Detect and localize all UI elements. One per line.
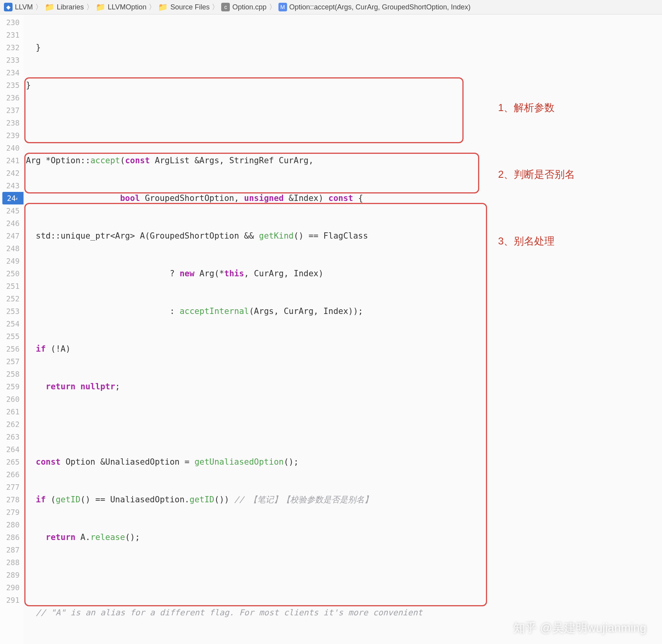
code-line: const Option &UnaliasedOption = getUnali…: [24, 456, 482, 468]
code-line: }: [24, 79, 482, 91]
watermark: 知乎 @吴建明wujianming: [513, 620, 646, 636]
breadcrumb-item-project[interactable]: ◆ LLVM: [4, 3, 33, 11]
line-number[interactable]: 290: [2, 581, 20, 594]
line-number[interactable]: 237: [2, 104, 20, 117]
chevron-right-icon: 〉: [35, 2, 42, 12]
line-number[interactable]: 257: [2, 355, 20, 368]
line-number[interactable]: 245: [2, 204, 20, 217]
code-line: [24, 418, 482, 431]
breadcrumb-label: LLVMOption: [108, 3, 147, 11]
line-number[interactable]: 251: [2, 280, 20, 292]
line-number[interactable]: 247: [2, 230, 20, 242]
annotation-2: 2、判断是否别名: [498, 168, 575, 181]
method-icon: M: [278, 3, 287, 11]
code-line: : acceptInternal(Args, CurArg, Index));: [24, 305, 482, 317]
line-number[interactable]: 291: [2, 594, 20, 606]
code-line: return A.release();: [24, 531, 482, 544]
line-number[interactable]: 263: [2, 431, 20, 443]
line-number[interactable]: 243: [2, 179, 20, 192]
line-number[interactable]: 256: [2, 343, 20, 355]
folder-icon: 📁: [96, 2, 105, 12]
line-number[interactable]: 258: [2, 368, 20, 380]
line-number-gutter[interactable]: 2302312322332342352362372382392402412422…: [0, 15, 24, 644]
line-number[interactable]: 262: [2, 418, 20, 431]
annotation-1: 1、解析参数: [498, 101, 555, 115]
breadcrumb-label: Option.cpp: [232, 3, 266, 11]
line-number[interactable]: 286: [2, 531, 20, 544]
line-number[interactable]: 238: [2, 117, 20, 129]
breadcrumb-item-folder[interactable]: 📁 LLVMOption: [96, 2, 147, 12]
cpp-file-icon: c: [221, 3, 230, 11]
line-number[interactable]: 259: [2, 380, 20, 393]
line-number[interactable]: 250: [2, 267, 20, 280]
folder-icon: 📁: [158, 2, 168, 12]
line-number[interactable]: 252: [2, 292, 20, 305]
chevron-right-icon: 〉: [149, 2, 156, 12]
line-number[interactable]: 244: [2, 192, 24, 204]
breadcrumb-label: Source Files: [170, 3, 209, 11]
code-line: if (getID() == UnaliasedOption.getID()) …: [24, 493, 482, 506]
line-number[interactable]: 233: [2, 54, 20, 66]
line-number[interactable]: 255: [2, 330, 20, 343]
line-number[interactable]: 234: [2, 66, 20, 79]
code-line: std::unique_ptr<Arg> A(GroupedShortOptio…: [24, 230, 482, 242]
code-line: if (!A): [24, 343, 482, 355]
line-number[interactable]: 246: [2, 217, 20, 230]
line-number[interactable]: 288: [2, 556, 20, 569]
line-number[interactable]: 230: [2, 16, 20, 29]
line-number[interactable]: 279: [2, 506, 20, 518]
line-number[interactable]: 265: [2, 456, 20, 468]
annotation-3: 3、别名处理: [498, 234, 555, 248]
breadcrumb-item-method[interactable]: M Option::accept(Args, CurArg, GroupedSh…: [278, 3, 471, 11]
breadcrumb-item-folder[interactable]: 📁 Source Files: [158, 2, 209, 12]
folder-icon: 📁: [45, 2, 55, 12]
chevron-right-icon: 〉: [212, 2, 219, 12]
code-line: bool GroupedShortOption, unsigned &Index…: [24, 192, 482, 204]
line-number[interactable]: 236: [2, 91, 20, 104]
line-number[interactable]: 289: [2, 569, 20, 581]
code-line: return nullptr;: [24, 380, 482, 393]
code-line: // "A" is an alias for a different flag.…: [24, 606, 482, 619]
line-number[interactable]: 241: [2, 154, 20, 167]
code-line: }: [24, 41, 482, 54]
line-number[interactable]: 277: [2, 481, 20, 493]
breadcrumb-item-folder[interactable]: 📁 Libraries: [45, 2, 84, 12]
breadcrumb-item-file[interactable]: c Option.cpp: [221, 3, 266, 11]
code-editor[interactable]: 2302312322332342352362372382392402412422…: [0, 15, 662, 644]
line-number[interactable]: 266: [2, 468, 20, 481]
breadcrumb-label: LLVM: [15, 3, 33, 11]
line-number[interactable]: 249: [2, 255, 20, 267]
line-number[interactable]: 232: [2, 41, 20, 54]
line-number[interactable]: 248: [2, 242, 20, 255]
code-line: [24, 117, 482, 129]
line-number[interactable]: 242: [2, 167, 20, 179]
chevron-right-icon: 〉: [86, 2, 93, 12]
line-number[interactable]: 278: [2, 493, 20, 506]
code-line: ? new Arg(*this, CurArg, Index): [24, 267, 482, 280]
line-number[interactable]: 280: [2, 518, 20, 531]
line-number[interactable]: 239: [2, 129, 20, 142]
line-number[interactable]: 264: [2, 443, 20, 456]
line-number[interactable]: 231: [2, 29, 20, 41]
code-line: [24, 569, 482, 581]
line-number[interactable]: 287: [2, 544, 20, 556]
line-number[interactable]: 260: [2, 393, 20, 405]
chevron-right-icon: 〉: [269, 2, 276, 12]
project-icon: ◆: [4, 3, 13, 11]
annotation-panel: 1、解析参数 2、判断是否别名 3、别名处理: [482, 15, 662, 644]
breadcrumb-label: Option::accept(Args, CurArg, GroupedShor…: [289, 3, 471, 11]
line-number[interactable]: 240: [2, 142, 20, 154]
code-area[interactable]: } } Arg *Option::accept(const ArgList &A…: [24, 15, 482, 644]
line-number[interactable]: 235: [2, 79, 20, 91]
code-line: Arg *Option::accept(const ArgList &Args,…: [24, 154, 482, 167]
breadcrumb: ◆ LLVM 〉 📁 Libraries 〉 📁 LLVMOption 〉 📁 …: [0, 0, 662, 15]
line-number[interactable]: 254: [2, 317, 20, 330]
line-number[interactable]: 261: [2, 405, 20, 418]
line-number[interactable]: 253: [2, 305, 20, 317]
breadcrumb-label: Libraries: [57, 3, 84, 11]
